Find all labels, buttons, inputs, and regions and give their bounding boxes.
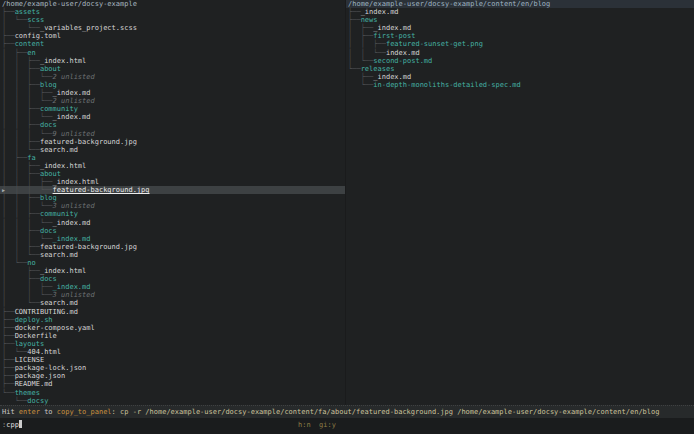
tree-row[interactable]: │ │ └──search.md: [0, 251, 345, 259]
tree-branch-lines: │ │ ├──: [2, 138, 40, 146]
tree-row[interactable]: │ │ │ └──_index.md: [0, 219, 345, 227]
tree-row[interactable]: └──in-depth-monoliths-detailed-spec.md: [346, 81, 694, 89]
tree-row[interactable]: ├──_index.md: [346, 73, 694, 81]
tree-row[interactable]: │ └──search.md: [0, 299, 345, 307]
tree-branch-lines: │ ├──: [2, 267, 40, 275]
tree-branch-lines: │ │ │ └──: [2, 235, 53, 243]
tree-row[interactable]: │ │ ├──featured-sunset-get.png: [346, 40, 694, 48]
tree-row[interactable]: ├──Dockerfile: [0, 332, 345, 340]
tree-branch-lines: │ ├──: [2, 49, 27, 57]
tree-file-name: 9 unlisted: [53, 130, 95, 138]
tree-branch-lines: │ │ ├──: [2, 57, 40, 65]
tree-row[interactable]: │ │ │ └──2 unlisted: [0, 73, 345, 81]
tree-row[interactable]: │ │ ├──_index.html: [0, 162, 345, 170]
tree-row[interactable]: │ │ └──index.md: [346, 49, 694, 57]
tree-row[interactable]: │ ├──en: [0, 49, 345, 57]
tree-row[interactable]: │ │ ├──_index.html: [0, 57, 345, 65]
tree-branch-lines: ├──: [2, 308, 15, 316]
tree-row[interactable]: │ │ │ └──9 unlisted: [0, 130, 345, 138]
tree-dir-name: content: [15, 40, 45, 48]
tree-row[interactable]: │ │ ├──featured-background.jpg: [0, 138, 345, 146]
tree-branch-lines: │ │ ├──: [2, 81, 40, 89]
tree-file-name: _index.html: [40, 162, 86, 170]
tree-dir-name: assets: [15, 8, 40, 16]
right-panel-root-path[interactable]: /home/example-user/docsy-example/content…: [346, 0, 694, 8]
tree-branch-lines: │ │ ├──: [2, 121, 40, 129]
tree-row[interactable]: │ │ ├──docs: [0, 121, 345, 129]
tree-file-name: deploy.sh: [15, 316, 53, 324]
tree-branch-lines: │ │ │ └──: [2, 130, 53, 138]
tree-file-name: README.md: [15, 380, 53, 388]
tree-row[interactable]: │ │ ├──community: [0, 210, 345, 218]
tree-branch-lines: │ │ │ └──: [2, 186, 53, 194]
tree-row[interactable]: ├──_index.md: [346, 8, 694, 16]
broot-window: /home/example-user/docsy-example ├──asse…: [0, 0, 694, 434]
tree-branch-lines: │ └──: [2, 259, 27, 267]
tree-row[interactable]: ├──README.md: [0, 380, 345, 388]
tree-row[interactable]: └──releases: [346, 65, 694, 73]
status-command: : cp -r /home/example-user/docsy-example…: [112, 408, 660, 416]
tree-row[interactable]: ├──deploy.sh: [0, 316, 345, 324]
tree-row[interactable]: ├──docker-compose.yaml: [0, 324, 345, 332]
tree-row[interactable]: │ │ ├──blog: [0, 81, 345, 89]
tree-file-name: _index.md: [53, 89, 91, 97]
tree-row[interactable]: └──docsy: [0, 397, 345, 405]
tree-file-name: 2 unlisted: [53, 73, 95, 81]
tree-branch-lines: ├──: [348, 73, 373, 81]
tree-row[interactable]: │ └──no: [0, 259, 345, 267]
tree-row[interactable]: ├──CONTRIBUTING.md: [0, 308, 345, 316]
status-enter-key: enter: [19, 408, 40, 416]
tree-file-name: CONTRIBUTING.md: [15, 308, 78, 316]
tree-row[interactable]: ├──layouts: [0, 340, 345, 348]
tree-branch-lines: └──: [2, 389, 15, 397]
tree-file-name: _index.md: [53, 219, 91, 227]
tree-row[interactable]: │ └──404.html: [0, 348, 345, 356]
tree-dir-name: en: [27, 49, 35, 57]
tree-dir-name: docs: [40, 227, 57, 235]
status-to-text: to: [40, 408, 57, 416]
tree-branch-lines: │ │ │ ├──: [2, 89, 53, 97]
tree-row[interactable]: │ │ ├──about: [0, 65, 345, 73]
command-input-line[interactable]: :cpph:n gi:y: [0, 418, 694, 434]
tree-row[interactable]: │ └──second-post.md: [346, 57, 694, 65]
tree-branch-lines: ├──: [2, 316, 15, 324]
tree-file-name: LICENSE: [15, 356, 45, 364]
tree-branch-lines: │ │ └──: [2, 251, 40, 259]
tree-dir-name: releases: [361, 65, 395, 73]
broot-flags: h:n gi:y: [298, 418, 336, 433]
tree-row[interactable]: ├──assets: [0, 8, 345, 16]
tree-row[interactable]: │ │ ├──about: [0, 170, 345, 178]
tree-row[interactable]: │ │ ├──docs: [0, 227, 345, 235]
tree-branch-lines: ├──: [348, 8, 361, 16]
tree-file-name: _index.md: [361, 8, 399, 16]
left-panel-root-path[interactable]: /home/example-user/docsy-example: [0, 0, 345, 8]
tree-row[interactable]: │ │ │ └──2 unlisted: [0, 97, 345, 105]
tree-branch-lines: ├──: [2, 332, 15, 340]
tree-row[interactable]: │ │ ├──featured-background.jpg: [0, 243, 345, 251]
tree-file-name: search.md: [40, 146, 78, 154]
status-hit-text: Hit: [2, 408, 19, 416]
tree-branch-lines: ├──: [348, 16, 361, 24]
tree-dir-name: docs: [40, 275, 57, 283]
tree-dir-name: about: [40, 170, 61, 178]
tree-row[interactable]: └──themes: [0, 389, 345, 397]
tree-row[interactable]: │ │ │ ├──_index.html: [0, 178, 345, 186]
tree-branch-lines: │ │ │ └──: [2, 219, 53, 227]
tree-row[interactable]: │ │ └──search.md: [0, 146, 345, 154]
tree-row[interactable]: │ │ │ └──_index.md: [0, 235, 345, 243]
tree-row[interactable]: │ ├──_index.html: [0, 267, 345, 275]
tree-branch-lines: │ │ ├──: [2, 170, 40, 178]
tree-branch-lines: │ │ ├──: [348, 40, 386, 48]
panels-container: /home/example-user/docsy-example ├──asse…: [0, 0, 694, 405]
tree-row[interactable]: │ │ │ ├──_index.md: [0, 89, 345, 97]
tree-row[interactable]: │ ├──fa: [0, 154, 345, 162]
tree-dir-name: docs: [40, 121, 57, 129]
tree-row[interactable]: ├──config.toml: [0, 32, 345, 40]
tree-branch-lines: ├──: [2, 324, 15, 332]
tree-dir-name: themes: [15, 389, 40, 397]
tree-file-name: featured-background.jpg: [53, 186, 150, 194]
tree-file-name: Dockerfile: [15, 332, 57, 340]
tree-row[interactable]: ├──LICENSE: [0, 356, 345, 364]
tree-row[interactable]: ├──content: [0, 40, 345, 48]
selection-marker-icon: ▶: [2, 187, 5, 193]
